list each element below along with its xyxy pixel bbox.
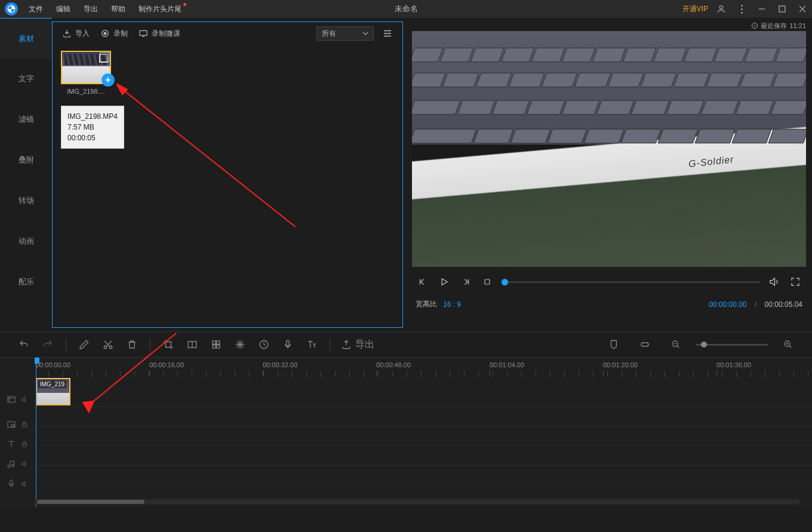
undo-button[interactable]: [13, 336, 35, 353]
ruler-tick: 00:01:04.00: [490, 361, 524, 368]
ruler-tick: 00:00:32.00: [263, 361, 297, 368]
menu-file[interactable]: 文件: [23, 1, 49, 18]
total-time: 00:00:05.04: [765, 300, 802, 309]
menu-export[interactable]: 导出: [78, 1, 104, 18]
timeline: 00:00:00.00 00:00:16.00 00:00:32.00 00:0…: [0, 358, 812, 507]
voice-track[interactable]: [35, 466, 812, 485]
menu-intro-outro[interactable]: 制作片头片尾: [133, 1, 187, 18]
sidebar-tab-transition[interactable]: 转场: [0, 180, 52, 221]
screencast-button[interactable]: 录制微课: [139, 29, 180, 39]
screencast-label: 录制微课: [152, 29, 180, 39]
user-icon[interactable]: [714, 2, 728, 16]
timeline-clip[interactable]: IMG_219: [36, 378, 70, 405]
tooltip-filename: IMG_2198.MP4: [67, 111, 118, 122]
timeline-toolbar: 导出: [0, 331, 812, 358]
zoom-in-button[interactable]: [777, 336, 799, 353]
export-icon[interactable]: 导出: [337, 336, 378, 353]
ruler-tick: 00:00:00.00: [36, 361, 70, 368]
freeze-button[interactable]: [229, 336, 251, 353]
playback-controls: [412, 267, 806, 297]
mosaic-button[interactable]: [205, 336, 227, 353]
window-maximize[interactable]: [775, 2, 789, 16]
redo-button[interactable]: [37, 336, 59, 353]
svg-rect-24: [641, 343, 648, 346]
sidebar-tab-filter[interactable]: 滤镜: [0, 99, 52, 140]
add-to-timeline-button[interactable]: +: [102, 73, 115, 87]
save-status-time: 11:21: [789, 22, 806, 29]
volume-icon[interactable]: [767, 275, 781, 289]
svg-rect-27: [8, 396, 15, 402]
edit-button[interactable]: [73, 336, 95, 353]
text-track-header[interactable]: [0, 434, 35, 454]
list-view-icon[interactable]: [382, 28, 393, 39]
cut-button[interactable]: [97, 336, 119, 353]
record-button[interactable]: 录制: [100, 29, 128, 39]
prev-frame-button[interactable]: [416, 275, 430, 289]
horizontal-scrollbar[interactable]: [35, 499, 800, 505]
video-track-header[interactable]: [0, 385, 35, 414]
svg-rect-8: [140, 30, 147, 35]
sidebar-tab-overlay[interactable]: 叠附: [0, 140, 52, 180]
media-name: IMG_2198....: [61, 88, 111, 95]
sidebar-tab-media[interactable]: 素材: [0, 18, 52, 59]
media-panel: 导入 录制 录制微课 所有: [52, 21, 403, 328]
seek-slider[interactable]: [502, 281, 759, 283]
playhead[interactable]: [36, 358, 36, 507]
app-logo: [5, 2, 18, 16]
window-close[interactable]: [795, 2, 810, 16]
svg-rect-32: [10, 480, 13, 485]
sidebar-tab-animation[interactable]: 动画: [0, 221, 52, 262]
media-thumbnail[interactable]: + IMG_2198.... IMG_2198.MP4 7.57 MB 00:0…: [61, 51, 111, 95]
zoom-out-button[interactable]: [665, 336, 687, 353]
fullscreen-icon[interactable]: [788, 275, 802, 289]
menu-help[interactable]: 帮助: [105, 1, 131, 18]
aspect-value[interactable]: 16 : 9: [443, 300, 461, 309]
svg-point-1: [719, 6, 722, 9]
vip-button[interactable]: 开通VIP: [682, 4, 708, 14]
track-headers: [0, 358, 35, 507]
svg-rect-29: [11, 425, 14, 426]
svg-rect-31: [23, 444, 27, 447]
stop-button[interactable]: [480, 275, 494, 289]
delete-button[interactable]: [121, 336, 143, 353]
audio-track-header[interactable]: [0, 454, 35, 473]
menu-edit[interactable]: 编辑: [50, 1, 76, 18]
zoom-slider[interactable]: [696, 344, 768, 346]
split-button[interactable]: [182, 336, 203, 353]
sidebar-tab-music[interactable]: 配乐: [0, 262, 52, 302]
more-icon[interactable]: [734, 2, 749, 16]
save-status-label: 最近保存: [761, 21, 787, 30]
svg-rect-23: [287, 340, 290, 346]
svg-point-7: [104, 32, 106, 35]
text-track[interactable]: [35, 426, 812, 446]
preview-area: 最近保存 11:21 G-Soldier 宽高比: [406, 18, 812, 331]
media-tooltip: IMG_2198.MP4 7.57 MB 00:00:05: [61, 106, 124, 149]
video-track[interactable]: IMG_219: [35, 377, 812, 407]
fit-icon[interactable]: [634, 336, 656, 353]
svg-marker-13: [442, 279, 447, 285]
video-preview[interactable]: G-Soldier: [412, 31, 806, 267]
preview-info: 宽高比 16 : 9 00:00:00.00 / 00:00:05.04: [412, 297, 806, 312]
svg-rect-19: [217, 341, 220, 344]
audio-track[interactable]: [35, 446, 812, 466]
crop-button[interactable]: [158, 336, 179, 353]
voice-button[interactable]: [277, 336, 299, 353]
filter-dropdown[interactable]: 所有: [316, 26, 374, 41]
window-minimize[interactable]: [755, 2, 769, 16]
pip-track[interactable]: [35, 407, 812, 426]
speed-button[interactable]: [253, 336, 275, 353]
play-button[interactable]: [437, 275, 451, 289]
pip-track-header[interactable]: [0, 414, 35, 434]
timeline-ruler[interactable]: 00:00:00.00 00:00:16.00 00:00:32.00 00:0…: [35, 358, 812, 377]
svg-rect-3: [779, 6, 785, 12]
next-frame-button[interactable]: [459, 275, 473, 289]
text-to-speech-button[interactable]: [301, 336, 322, 353]
svg-rect-21: [217, 345, 220, 348]
voice-track-header[interactable]: [0, 473, 35, 493]
marker-icon[interactable]: [603, 336, 625, 353]
import-button[interactable]: 导入: [62, 29, 90, 39]
svg-rect-20: [213, 345, 216, 348]
tooltip-duration: 00:00:05: [67, 133, 118, 143]
sidebar-tab-text[interactable]: 文字: [0, 59, 52, 99]
tooltip-size: 7.57 MB: [67, 122, 118, 133]
